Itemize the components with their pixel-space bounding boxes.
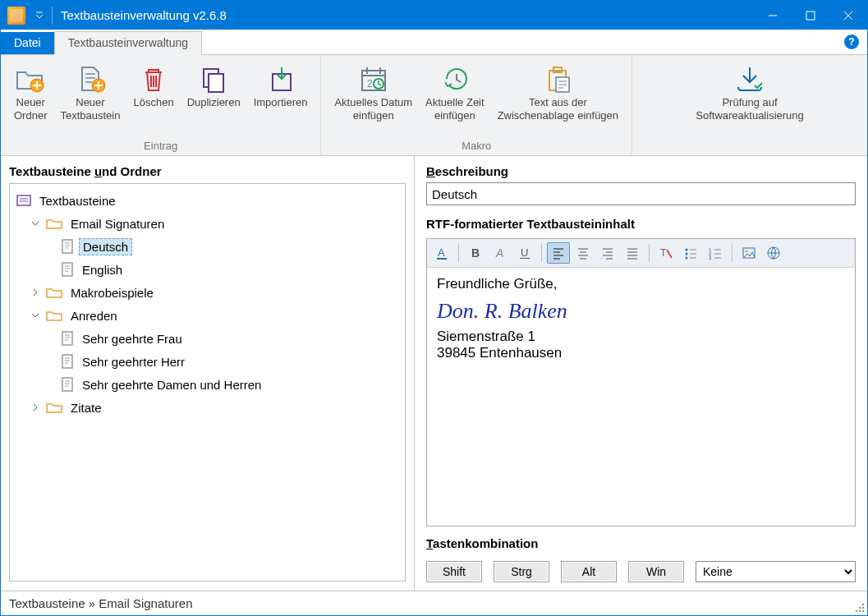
calendar-icon: 2 (357, 62, 390, 96)
svg-rect-17 (62, 378, 72, 391)
insert-image-button[interactable] (737, 242, 760, 264)
insert-date-label: Aktuelles Datum einfügen (334, 96, 412, 122)
tree-item-english[interactable]: English (41, 258, 403, 281)
align-center-button[interactable] (572, 242, 595, 264)
folder-icon (46, 286, 62, 299)
svg-rect-12 (17, 195, 30, 205)
key-win-button[interactable]: Win (628, 561, 684, 582)
bullet-list-button[interactable] (679, 242, 702, 264)
svg-text:2: 2 (367, 78, 373, 90)
keycombo-label: Tastenkombination (426, 536, 856, 550)
key-shift-button[interactable]: Shift (426, 561, 482, 582)
tree-view[interactable]: Textbausteine Email Signaturen Deutsch E… (9, 183, 406, 582)
window-title: Textbausteinverwaltung v2.6.8 (61, 8, 227, 22)
align-right-button[interactable] (596, 242, 619, 264)
keycombo-row: Shift Strg Alt Win Keine (426, 561, 856, 582)
qat-dropdown-icon[interactable] (35, 11, 44, 21)
tree-item-label: Sehr geehrte Frau (79, 331, 186, 347)
tree-item-sgh[interactable]: Sehr geehrter Herr (41, 350, 403, 373)
tab-file[interactable]: Datei (1, 32, 54, 54)
duplicate-button[interactable]: Duplizieren (181, 58, 247, 138)
description-input[interactable] (426, 182, 856, 205)
svg-text:A: A (495, 246, 503, 260)
rtf-editor: A B A U T 123 Freundliche Grüße, (426, 238, 856, 526)
expand-toggle-icon[interactable] (30, 288, 41, 297)
svg-text:B: B (471, 246, 480, 260)
details-panel: Beschreibung RTF-formatierter Textbauste… (415, 156, 867, 591)
tree-item-sgf[interactable]: Sehr geehrte Frau (41, 327, 403, 350)
tree-item-sgdh[interactable]: Sehr geehrte Damen und Herren (41, 373, 403, 396)
align-justify-button[interactable] (621, 242, 644, 264)
breadcrumb: Textbausteine » Email Signaturen (9, 596, 192, 610)
italic-button[interactable]: A (489, 242, 512, 264)
insert-date-button[interactable]: 2 Aktuelles Datum einfügen (328, 58, 419, 138)
tree-item-label: Sehr geehrter Herr (79, 354, 188, 370)
tree-item-label: Zitate (67, 400, 105, 416)
rtf-line: 39845 Entenhausen (437, 345, 845, 361)
tree-folder-anreden[interactable]: Anreden (26, 304, 403, 327)
folder-add-icon (14, 62, 47, 96)
download-check-icon (732, 62, 768, 96)
key-ctrl-button[interactable]: Strg (494, 561, 549, 582)
svg-text:3: 3 (709, 255, 712, 260)
status-bar: Textbausteine » Email Signaturen (1, 591, 867, 615)
insert-clipboard-button[interactable]: Text aus der Zwischenablage einfügen (491, 58, 625, 138)
tree-item-label: Deutsch (79, 238, 132, 255)
tree-folder-zitate[interactable]: Zitate (26, 396, 403, 419)
duplicate-label: Duplizieren (187, 96, 241, 109)
new-folder-button[interactable]: Neuer Ordner (7, 58, 53, 138)
new-snippet-button[interactable]: Neuer Textbaustein (53, 58, 126, 138)
folder-icon (46, 401, 62, 414)
tree-root[interactable]: Textbausteine (11, 189, 403, 212)
tab-textbausteinverwaltung[interactable]: Textbausteinverwaltung (54, 31, 202, 55)
close-button[interactable] (829, 1, 867, 30)
check-update-label: Prüfung auf Softwareaktualisierung (696, 96, 804, 122)
svg-rect-19 (437, 258, 447, 260)
maximize-button[interactable] (792, 1, 829, 30)
font-color-button[interactable]: A (430, 242, 453, 264)
delete-button[interactable]: Löschen (126, 58, 180, 138)
numbered-list-button[interactable]: 123 (704, 242, 727, 264)
root-folder-icon (16, 194, 31, 207)
clear-format-button[interactable]: T (654, 242, 677, 264)
insert-link-button[interactable] (762, 242, 785, 264)
tree-item-label: Email Signaturen (67, 216, 168, 232)
key-alt-button[interactable]: Alt (561, 561, 617, 582)
align-left-button[interactable] (547, 242, 570, 264)
tree-heading: Textbausteine und Ordner (9, 164, 406, 178)
delete-label: Löschen (133, 96, 173, 109)
ribbon: Neuer Ordner Neuer Textbaustein Löschen … (1, 54, 867, 156)
new-folder-label: Neuer Ordner (14, 96, 47, 122)
key-select[interactable]: Keine (696, 561, 856, 582)
trash-icon (139, 62, 168, 96)
svg-rect-23 (520, 258, 530, 259)
help-icon[interactable]: ? (844, 34, 859, 49)
bold-button[interactable]: B (464, 242, 487, 264)
tree-folder-makrobeispiele[interactable]: Makrobeispiele (26, 281, 403, 304)
svg-text:U: U (521, 246, 528, 259)
tree-folder-email-signaturen[interactable]: Email Signaturen (26, 212, 403, 235)
import-label: Importieren (254, 96, 308, 109)
underline-button[interactable]: U (513, 242, 536, 264)
import-icon (266, 62, 296, 96)
ribbon-group-macro-caption: Makro (321, 138, 631, 155)
check-update-button[interactable]: Prüfung auf Softwareaktualisierung (689, 58, 811, 150)
snippet-icon (61, 377, 74, 392)
tree-panel: Textbausteine und Ordner Textbausteine E… (1, 156, 415, 591)
expand-toggle-icon[interactable] (30, 311, 41, 319)
rtf-line: Freundliche Grüße, (437, 276, 845, 292)
import-button[interactable]: Importieren (247, 58, 315, 138)
expand-toggle-icon[interactable] (30, 219, 41, 228)
resize-grip-icon[interactable] (854, 602, 866, 614)
rtf-toolbar: A B A U T 123 (427, 239, 855, 268)
copy-icon (199, 62, 228, 96)
tree-item-deutsch[interactable]: Deutsch (41, 235, 403, 258)
expand-toggle-icon[interactable] (30, 403, 41, 411)
tree-item-label: Makrobeispiele (67, 285, 157, 301)
snippet-icon (61, 354, 74, 369)
minimize-button[interactable] (754, 1, 792, 30)
rtf-textarea[interactable]: Freundliche Grüße, Don. R. Balken Siemen… (427, 268, 855, 526)
insert-time-button[interactable]: Aktuelle Zeit einfügen (419, 58, 491, 138)
rtf-signature-name: Don. R. Balken (437, 299, 845, 324)
svg-point-27 (686, 257, 688, 260)
